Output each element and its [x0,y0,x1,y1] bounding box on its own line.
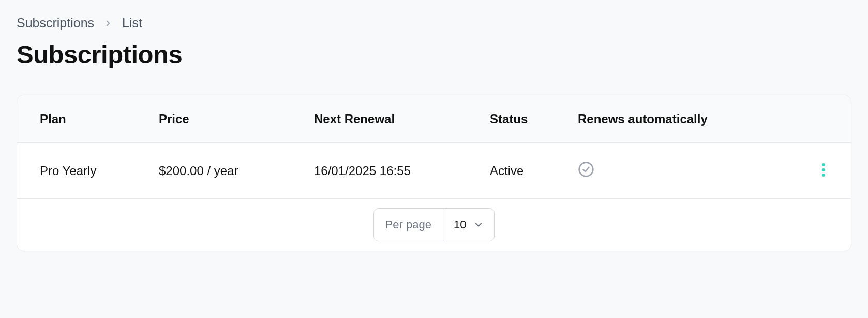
cell-plan: Pro Yearly [40,164,159,178]
breadcrumb-parent-link[interactable]: Subscriptions [17,16,94,31]
table-header-price: Price [159,112,314,126]
svg-point-1 [822,163,825,166]
breadcrumb: Subscriptions List [0,0,868,31]
cell-next-renewal: 16/01/2025 16:55 [314,164,490,178]
per-page-value: 10 [454,218,466,232]
table-header-status: Status [490,112,578,126]
per-page-control: Per page 10 [373,208,495,241]
table-row: Pro Yearly $200.00 / year 16/01/2025 16:… [17,143,851,199]
per-page-select[interactable]: 10 [443,209,494,241]
table-header-renews-auto: Renews automatically [578,112,797,126]
row-actions-button[interactable] [819,160,828,181]
table-footer: Per page 10 [17,199,851,251]
chevron-down-icon [473,220,484,230]
per-page-label: Per page [374,209,443,241]
chevron-right-icon [103,19,113,28]
cell-status: Active [490,164,578,178]
cell-price: $200.00 / year [159,164,314,178]
svg-point-0 [579,162,593,176]
table-header-plan: Plan [40,112,159,126]
more-vertical-icon [822,163,825,178]
check-circle-icon [578,161,594,178]
svg-point-3 [822,174,825,177]
breadcrumb-current: List [122,16,142,31]
table-header-next-renewal: Next Renewal [314,112,490,126]
svg-point-2 [822,168,825,171]
subscriptions-table: Plan Price Next Renewal Status Renews au… [17,95,851,251]
cell-renews-auto [578,161,797,181]
table-header-row: Plan Price Next Renewal Status Renews au… [17,95,851,143]
page-title: Subscriptions [0,31,868,69]
